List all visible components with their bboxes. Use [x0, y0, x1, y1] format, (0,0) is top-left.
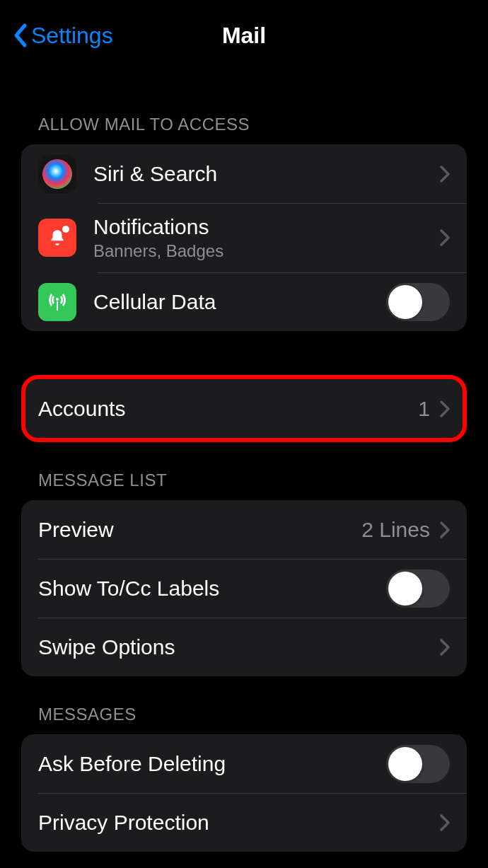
row-preview[interactable]: Preview 2 Lines — [21, 500, 467, 559]
section-header-access: Allow Mail to Access — [21, 71, 467, 144]
row-label: Privacy Protection — [38, 810, 440, 835]
row-label: Accounts — [38, 396, 418, 422]
row-siri-search[interactable]: Siri & Search — [21, 144, 467, 203]
row-accounts[interactable]: Accounts 1 — [25, 379, 463, 438]
row-label: Notifications — [93, 214, 440, 240]
toggle-cellular-data[interactable] — [386, 283, 450, 321]
group-access: Siri & Search Notifications Banners, Bad… — [21, 144, 467, 331]
row-show-to-cc: Show To/Cc Labels — [21, 559, 467, 618]
row-sublabel: Banners, Badges — [93, 241, 440, 261]
siri-icon — [38, 155, 76, 193]
row-cellular-data: Cellular Data — [21, 272, 467, 331]
row-swipe-options[interactable]: Swipe Options — [21, 618, 467, 676]
back-button[interactable]: Settings — [13, 23, 113, 49]
row-privacy-protection[interactable]: Privacy Protection — [21, 793, 467, 852]
back-label: Settings — [31, 23, 113, 49]
group-message-list: Preview 2 Lines Show To/Cc Labels Swipe … — [21, 500, 467, 676]
notifications-icon — [38, 219, 76, 257]
toggle-ask-before-deleting[interactable] — [386, 745, 450, 783]
row-label: Swipe Options — [38, 635, 440, 660]
chevron-right-icon — [440, 400, 450, 417]
nav-bar: Settings Mail — [0, 0, 488, 71]
toggle-show-to-cc[interactable] — [386, 569, 450, 608]
chevron-right-icon — [440, 639, 450, 656]
page-title: Mail — [222, 23, 266, 49]
row-value: 1 — [418, 397, 430, 421]
chevron-right-icon — [440, 814, 450, 831]
row-value: 2 Lines — [361, 518, 430, 542]
cellular-icon — [38, 283, 76, 321]
row-label: Siri & Search — [93, 161, 440, 187]
row-label: Preview — [38, 517, 361, 543]
group-accounts-highlighted: Accounts 1 — [21, 375, 467, 442]
section-header-messages: Messages — [21, 676, 467, 734]
row-label: Cellular Data — [93, 289, 386, 315]
row-ask-before-deleting: Ask Before Deleting — [21, 734, 467, 793]
chevron-right-icon — [440, 166, 450, 183]
chevron-right-icon — [440, 521, 450, 538]
section-header-message-list: Message List — [21, 442, 467, 500]
row-label: Show To/Cc Labels — [38, 576, 386, 601]
group-messages: Ask Before Deleting Privacy Protection — [21, 734, 467, 852]
chevron-left-icon — [13, 23, 28, 48]
row-label: Ask Before Deleting — [38, 751, 386, 777]
chevron-right-icon — [440, 229, 450, 246]
row-notifications[interactable]: Notifications Banners, Badges — [21, 203, 467, 272]
